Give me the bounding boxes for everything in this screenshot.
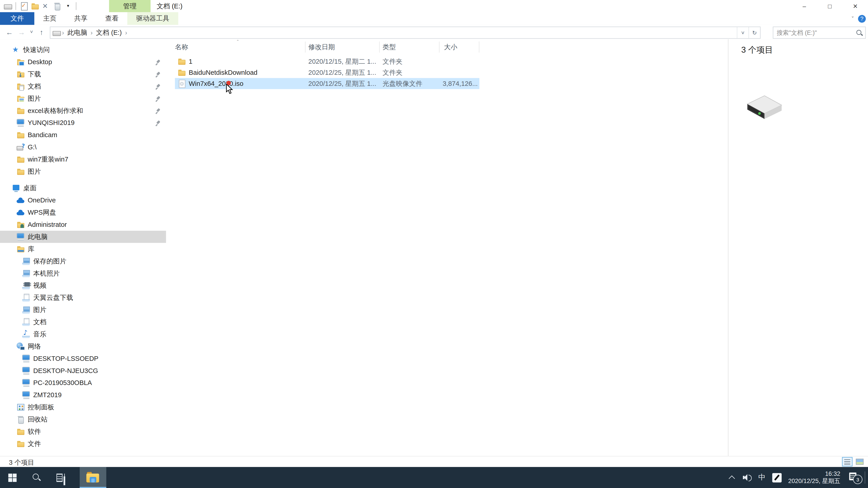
delete-button[interactable]	[40, 0, 52, 11]
up-button[interactable]: ↑	[35, 26, 48, 38]
column-header-name[interactable]: 名称	[175, 41, 306, 53]
sidebar-item-this-pc[interactable]: 此电脑	[0, 231, 166, 243]
sidebar-item-wps-cloud[interactable]: WPS网盘	[0, 206, 166, 219]
help-icon[interactable]: ?	[858, 15, 866, 22]
music-library-icon	[22, 330, 31, 339]
tab-share[interactable]: 共享	[65, 12, 96, 25]
properties-button[interactable]	[18, 0, 29, 11]
folder-icon	[178, 57, 186, 66]
thumbnail-view-button[interactable]	[854, 457, 865, 466]
tab-file[interactable]: 文件	[0, 12, 34, 25]
sidebar-item-music[interactable]: 音乐	[0, 328, 166, 340]
sidebar-item-quick-access[interactable]: 快速访问	[0, 43, 166, 56]
details-view-button[interactable]	[842, 457, 852, 466]
computer-icon	[22, 379, 31, 387]
address-bar[interactable]: › 此电脑 › 文档 (E:) › ˅ ↻	[50, 27, 761, 39]
sidebar-item-network[interactable]: 网络	[0, 340, 166, 352]
sidebar-item-desktop[interactable]: Desktop	[0, 56, 166, 68]
details-view-icon	[844, 459, 850, 464]
properties-icon	[20, 2, 28, 10]
sidebar-item-pictures-folder[interactable]: 图片	[0, 165, 166, 177]
picture-library-icon	[22, 305, 31, 314]
sidebar-item-software[interactable]: 软件	[0, 425, 166, 437]
sidebar-item-files[interactable]: 文件	[0, 437, 166, 450]
control-panel-icon	[17, 403, 25, 412]
show-desktop-divider[interactable]	[865, 471, 865, 484]
sidebar-item-saved-pictures[interactable]: 保存的图片	[0, 255, 166, 267]
sidebar-item-zmt2019[interactable]: ZMT2019	[0, 389, 166, 401]
sidebar-item-excel-folder[interactable]: excel表格制作求和	[0, 105, 166, 117]
sidebar-item-pc-20190530obla[interactable]: PC-20190530OBLA	[0, 377, 166, 389]
volume-icon[interactable]	[743, 474, 752, 481]
customize-qat-button[interactable]: ▾	[63, 0, 74, 11]
main-area: 快速访问 Desktop 下载 文档 图片 excel表格制作求和 YUNQIS…	[0, 39, 868, 456]
sidebar-item-cloud-download[interactable]: 天翼云盘下载	[0, 292, 166, 304]
file-row[interactable]: BaiduNetdiskDownload 2020/12/25, 星期五 1..…	[175, 67, 479, 78]
breadcrumb-chevron-icon[interactable]: ›	[61, 29, 65, 36]
sidebar-item-recycle-bin[interactable]: 回收站	[0, 413, 166, 425]
new-folder-button[interactable]	[29, 0, 40, 11]
sidebar-item-yunqishi2019[interactable]: YUNQISHI2019	[0, 117, 166, 129]
column-header-date[interactable]: 修改日期	[306, 41, 380, 53]
breadcrumb-this-pc[interactable]: 此电脑	[65, 28, 90, 37]
taskbar-search-button[interactable]	[24, 467, 49, 488]
close-button[interactable]: ×	[842, 0, 868, 12]
sidebar-item-pictures-library[interactable]: 图片	[0, 304, 166, 316]
refresh-button[interactable]: ↻	[748, 27, 760, 38]
sidebar-item-g-drive[interactable]: G:\	[0, 141, 166, 153]
column-header-type[interactable]: 类型	[380, 41, 439, 53]
sidebar-item-control-panel[interactable]: 控制面板	[0, 401, 166, 414]
address-dropdown-button[interactable]: ˅	[737, 27, 748, 38]
contextual-tab-group[interactable]: 管理	[109, 0, 151, 12]
recycle-bin-button[interactable]	[52, 0, 63, 11]
sidebar-item-videos[interactable]: 视频	[0, 280, 166, 292]
sidebar-item-onedrive[interactable]: OneDrive	[0, 194, 166, 206]
back-button[interactable]: ←	[3, 26, 16, 38]
start-button[interactable]	[0, 467, 24, 488]
ime-pen-icon[interactable]	[772, 473, 782, 482]
sidebar-item-win7-folder[interactable]: win7重装win7	[0, 153, 166, 165]
sidebar-item-desktop-lssoedp[interactable]: DESKTOP-LSSOEDP	[0, 352, 166, 365]
sidebar-item-documents[interactable]: 文档	[0, 80, 166, 92]
breadcrumb-chevron-icon[interactable]: ›	[90, 29, 94, 36]
sidebar-item-camera-roll[interactable]: 本机照片	[0, 267, 166, 280]
sidebar-item-desktop-root[interactable]: 桌面	[0, 182, 166, 194]
status-bar: 3 个项目	[0, 456, 868, 467]
status-item-count: 3 个项目	[9, 458, 34, 468]
search-icon[interactable]	[855, 29, 863, 36]
file-row-selected[interactable]: Win7x64_2020.iso 2020/12/25, 星期五 1... 光盘…	[175, 78, 479, 89]
file-row[interactable]: 1 2020/12/15, 星期二 1... 文件夹	[175, 56, 479, 67]
breadcrumb-chevron-icon[interactable]: ›	[124, 29, 128, 36]
user-folder-icon	[17, 220, 25, 229]
minimize-button[interactable]: –	[792, 0, 817, 12]
caption-buttons: – □ ×	[792, 0, 868, 12]
recent-locations-button[interactable]: ˅	[28, 26, 35, 38]
sidebar-item-downloads[interactable]: 下载	[0, 68, 166, 80]
search-input[interactable]: 搜索"文档 (E:)"	[773, 27, 866, 39]
sidebar-item-bandicam[interactable]: Bandicam	[0, 129, 166, 141]
maximize-button[interactable]: □	[817, 0, 843, 12]
task-view-button[interactable]	[49, 467, 73, 488]
action-center-button[interactable]: 3	[849, 473, 860, 482]
breadcrumb-drive-e[interactable]: 文档 (E:)	[94, 28, 124, 37]
sidebar-item-libraries[interactable]: 库	[0, 243, 166, 255]
system-tray: 中 16:32 2020/12/25, 星期五 3	[728, 467, 868, 488]
recycle-bin-icon	[17, 415, 25, 424]
window-title: 文档 (E:)	[157, 0, 182, 12]
ime-indicator[interactable]: 中	[758, 473, 766, 482]
column-header-size[interactable]: 大小	[439, 41, 479, 53]
sidebar-item-administrator[interactable]: Administrator	[0, 219, 166, 231]
tab-drive-tools[interactable]: 驱动器工具	[127, 12, 178, 25]
tab-view[interactable]: 查看	[96, 12, 127, 25]
taskbar-clock[interactable]: 16:32 2020/12/25, 星期五	[788, 470, 840, 485]
sidebar-item-desktop-njeu3cg[interactable]: DESKTOP-NJEU3CG	[0, 365, 166, 377]
file-explorer-taskbar-button[interactable]	[80, 467, 106, 488]
tab-home[interactable]: 主页	[34, 12, 65, 25]
sidebar-item-pictures[interactable]: 图片	[0, 92, 166, 105]
expand-ribbon-icon[interactable]: ˇ	[852, 15, 854, 22]
forward-button[interactable]: →	[16, 26, 28, 38]
hidden-icons-chevron-icon[interactable]	[728, 474, 735, 481]
pin-icon	[155, 59, 162, 65]
delete-icon	[42, 2, 50, 10]
sidebar-item-documents-library[interactable]: 文档	[0, 316, 166, 328]
